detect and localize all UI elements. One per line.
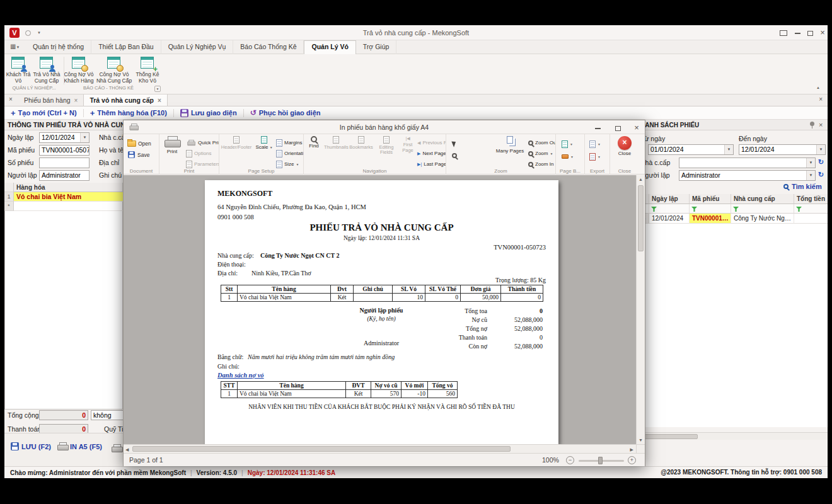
column-header[interactable]: Nhà cung cấp: [731, 194, 794, 204]
column-header[interactable]: Tổng tiền: [794, 194, 828, 204]
print-button[interactable]: Print: [161, 136, 183, 155]
zoom-out-icon[interactable]: −: [566, 456, 574, 464]
scroll-down-icon[interactable]: ▼: [637, 438, 645, 442]
close-tab-icon[interactable]: ×: [74, 97, 78, 104]
list-cell[interactable]: TVN00001-050723: [690, 214, 731, 224]
zoom-out-button[interactable]: Zoom Out: [528, 138, 556, 147]
list-cell[interactable]: Công Ty Nước Ngọt CN CT 2: [731, 214, 794, 224]
previous-page-button[interactable]: ◀Previous Page: [417, 138, 446, 147]
refresh-icon[interactable]: ↻: [818, 158, 824, 166]
doc-tab[interactable]: Phiếu bán hàng×: [18, 94, 84, 106]
ribbon-tab[interactable]: Quản Lý Nghiệp Vụ: [161, 40, 234, 54]
payment-type-field[interactable]: không: [91, 410, 123, 420]
minimize-icon[interactable]: [791, 25, 804, 40]
ribbon-button[interactable]: + Thống Kê Kho Vỏ: [133, 54, 162, 84]
filter-cell[interactable]: [794, 204, 828, 214]
header-footer-button[interactable]: Header/Footer: [221, 136, 252, 150]
scroll-left-icon[interactable]: ◀: [125, 447, 129, 452]
first-page-button[interactable]: |◀ First Page: [400, 136, 416, 153]
zoom-button[interactable]: Zoom▼: [528, 149, 553, 158]
ribbon-button[interactable]: Công Nợ Vỏ Nhà Cung Cấp: [95, 54, 133, 84]
ribbon-tab[interactable]: Quản trị hệ thống: [26, 40, 91, 54]
bookmarks-button[interactable]: Bookmarks: [349, 136, 373, 150]
list-cell[interactable]: 12/01/2024: [649, 214, 690, 224]
quick-print-button[interactable]: Quick Print: [186, 138, 219, 147]
voucher-number-field[interactable]: [39, 158, 90, 168]
scroll-up-icon[interactable]: ▲: [637, 177, 645, 181]
print-a5-button[interactable]: IN A5 (F5): [57, 442, 102, 450]
save-button[interactable]: LƯU (F2): [11, 442, 51, 450]
chevron-down-icon[interactable]: ▼: [724, 145, 733, 154]
creator-filter-combo[interactable]: Administrator▼: [679, 170, 816, 181]
ribbon-button[interactable]: Trả Vỏ Nhà Cung Cấp: [31, 54, 62, 84]
ribbon-collapse-icon[interactable]: ▲: [816, 86, 820, 89]
ribbon-tab[interactable]: Trợ Giúp: [356, 40, 397, 54]
supplier-filter-combo[interactable]: ▼: [679, 158, 816, 168]
scrollbar-thumb[interactable]: [132, 446, 511, 452]
doc-tab-active[interactable]: Trả vỏ nhà cung cấp×: [84, 94, 167, 106]
new-button[interactable]: +Tạo mới (Ctrl + N): [4, 106, 83, 119]
refresh-icon[interactable]: ↻: [818, 171, 824, 179]
scrollbar-thumb[interactable]: [638, 185, 644, 251]
chevron-down-icon[interactable]: ▼: [80, 133, 89, 142]
size-button[interactable]: Size▼: [276, 159, 299, 169]
ribbon-button[interactable]: Khách Trả Vỏ: [6, 54, 31, 84]
save-button[interactable]: Save: [127, 150, 149, 159]
ribbon-tab[interactable]: Thiết Lập Ban Đầu: [91, 40, 161, 54]
scroll-right-icon[interactable]: ▶: [630, 447, 633, 452]
add-item-button[interactable]: +Thêm hàng hóa (F10): [84, 106, 173, 119]
save-layout-button[interactable]: Lưu giao diện: [174, 106, 243, 119]
grid-column-header[interactable]: Hàng hóa: [14, 183, 123, 192]
grid-cell-empty[interactable]: [14, 202, 123, 211]
date-created-combo[interactable]: 12/01/2024▼: [39, 132, 90, 143]
send-email-button[interactable]: ▼: [589, 152, 601, 161]
page-color-button[interactable]: ▼: [562, 139, 573, 149]
close-preview-button[interactable]: × Close: [610, 136, 639, 157]
chevron-down-icon[interactable]: ▼: [816, 145, 825, 154]
chevron-down-icon[interactable]: ▼: [806, 158, 815, 168]
horizontal-scrollbar[interactable]: [640, 432, 828, 440]
close-tab-icon[interactable]: ×: [158, 97, 161, 104]
fullscreen-icon[interactable]: [777, 25, 790, 40]
dialog-close-icon[interactable]: ×: [628, 120, 645, 134]
zoom-in-icon[interactable]: +: [628, 456, 636, 464]
zoom-in-button[interactable]: Zoom In: [528, 159, 553, 169]
filter-cell[interactable]: [690, 204, 731, 214]
close-panel-icon[interactable]: ×: [819, 120, 823, 130]
print-button[interactable]: [112, 442, 122, 454]
pointer-tool-button[interactable]: [453, 139, 456, 148]
scrollbar-thumb[interactable]: [641, 434, 698, 439]
voucher-code-field[interactable]: TVN00001-050723: [39, 145, 90, 156]
margins-button[interactable]: Margins▼: [276, 138, 304, 147]
creator-field[interactable]: Administrator: [39, 170, 90, 181]
restore-layout-button[interactable]: ↺Phục hồi giao diện: [244, 106, 327, 119]
column-header[interactable]: Ngày lập: [649, 194, 690, 204]
ribbon-tab[interactable]: Báo Cáo Thống Kê: [233, 40, 304, 54]
ribbon-menu-icon[interactable]: ▦▼: [10, 43, 20, 50]
search-button[interactable]: Tìm kiếm: [783, 183, 822, 190]
dialog-minimize-icon[interactable]: [588, 120, 607, 134]
list-cell[interactable]: [794, 214, 828, 224]
next-page-button[interactable]: ▶Next Page: [417, 149, 446, 158]
vertical-scrollbar[interactable]: ▲ ▼: [636, 175, 645, 444]
column-header[interactable]: Mã phiếu: [690, 194, 731, 204]
group-dialog-launcher-icon[interactable]: ▼: [154, 86, 161, 92]
orientation-button[interactable]: Orientation▼: [276, 149, 304, 158]
from-date-combo[interactable]: 01/01/2024▼: [648, 144, 734, 155]
grid-cell[interactable]: Vỏ chai bia Việt Nam: [14, 192, 123, 202]
zoom-area-button[interactable]: [452, 151, 457, 160]
close-window-icon[interactable]: ×: [816, 25, 829, 40]
close-all-tabs-icon[interactable]: ×: [9, 96, 13, 103]
watermark-button[interactable]: ▼: [562, 152, 574, 161]
thumbnails-button[interactable]: Thumbnails: [324, 136, 348, 150]
tabbar-close-icon[interactable]: ×: [819, 96, 823, 103]
chevron-down-icon[interactable]: ▼: [806, 171, 815, 180]
ribbon-tab-active[interactable]: Quản Lý Vỏ: [304, 40, 355, 54]
horizontal-scrollbar[interactable]: ◀ ▶: [124, 444, 645, 453]
last-page-button[interactable]: ▶|Last Page: [417, 159, 446, 169]
open-button[interactable]: Open: [127, 139, 151, 148]
editing-fields-button[interactable]: Editing Fields: [374, 136, 398, 156]
filter-cell[interactable]: [731, 204, 794, 214]
filter-cell[interactable]: [649, 204, 690, 214]
dialog-maximize-icon[interactable]: [608, 120, 627, 134]
